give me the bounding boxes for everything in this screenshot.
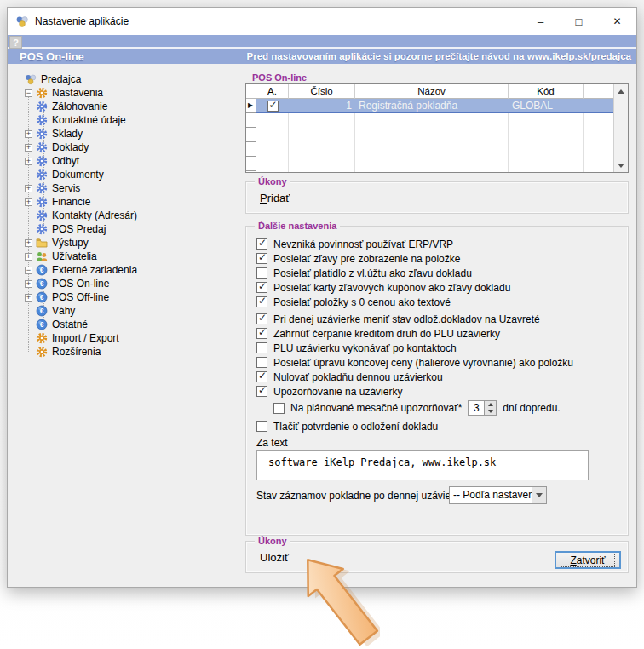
- gear-blue-icon: [36, 128, 48, 140]
- expand-icon[interactable]: +: [25, 294, 32, 302]
- tree-item-import-export[interactable]: Import / Export: [25, 331, 239, 345]
- tree-item-label: Odbyt: [52, 155, 79, 167]
- print-confirm-row: Tlačiť potvrdenie o odložení dokladu: [256, 419, 438, 434]
- checkbox-upozor-ovanie-na-uz-vierky[interactable]: ✓: [256, 386, 267, 397]
- tree-item-pos-off-line[interactable]: +€POS Off-line: [25, 290, 239, 304]
- checkbox-posiela-z-avy-pre-zobrazenie-na-polo-ke[interactable]: ✓: [256, 253, 267, 264]
- tree-item-doklady[interactable]: +Doklady: [25, 141, 239, 154]
- tree-item-extern-zariadenia[interactable]: −€Externé zariadenia: [25, 263, 239, 277]
- users-icon: [36, 250, 48, 262]
- collapse-icon[interactable]: −: [25, 267, 32, 274]
- checkbox-row: ✓Posielať položky s 0 cenou ako textové: [256, 295, 621, 309]
- tree-item-label: Sklady: [52, 128, 83, 140]
- check-icon: ✓: [258, 251, 267, 263]
- current-row-marker: ▶: [248, 101, 253, 109]
- expand-icon[interactable]: +: [25, 130, 32, 138]
- checkbox-row: ✓Posielať zľavy pre zobrazenie na položk…: [256, 251, 621, 266]
- close-button[interactable]: Zatvoriť: [555, 551, 621, 569]
- tree-item-servis[interactable]: +Servis: [25, 181, 239, 195]
- checkbox-posiela-platidlo-z-vl-tu-ako-z-avu-dokla[interactable]: [256, 267, 267, 279]
- checkbox-nulova-poklad-u-dennou-uz-vierkou[interactable]: ✓: [256, 371, 267, 382]
- expand-icon[interactable]: +: [25, 185, 32, 192]
- maximize-button[interactable]: □: [560, 8, 598, 35]
- minimize-button[interactable]: –: [521, 8, 560, 35]
- grid-row-selected[interactable]: ✓ 1 Registračná pokladňa GLOBAL: [256, 99, 613, 113]
- actions-bottom-label: Úkony: [255, 536, 290, 546]
- tree-item-pos-predaj[interactable]: POS Predaj: [25, 222, 239, 236]
- save-button[interactable]: Uložiť: [260, 551, 289, 564]
- euro-icon: €: [36, 319, 48, 330]
- expand-icon[interactable]: +: [25, 253, 32, 261]
- checkbox-plu-uz-vierku-vykon-va-po-kontaktoch[interactable]: [256, 342, 267, 353]
- pos-online-grid: ▶ A. Číslo Názov Kód ✓: [245, 83, 629, 173]
- tree-item-nastavenia[interactable]: −Nastavenia: [25, 86, 239, 100]
- close-window-button[interactable]: ✕: [598, 8, 636, 35]
- za-text-input[interactable]: software iKelp Predajca, www.ikelp.sk: [256, 450, 589, 480]
- row-active-checkbox[interactable]: ✓: [267, 101, 279, 112]
- reminder-row: Na plánované mesačné upozorňovať* 3 dní …: [273, 399, 561, 416]
- stepper-down-icon[interactable]: [485, 408, 496, 415]
- tree-item-dokumenty[interactable]: Dokumenty: [25, 168, 239, 181]
- combo-dropdown-icon[interactable]: [532, 487, 546, 503]
- scroll-down-icon[interactable]: [614, 158, 628, 172]
- check-icon: ✓: [258, 326, 267, 338]
- tree-item-predajca[interactable]: Predajca: [25, 72, 239, 86]
- expand-icon[interactable]: +: [25, 198, 32, 206]
- grid-header-kod[interactable]: Kód: [509, 84, 584, 99]
- euro-icon: €: [36, 305, 48, 317]
- checkbox-label: Posielať karty zľavových kupónov ako zľa…: [273, 282, 510, 294]
- check-icon: ✓: [258, 295, 267, 307]
- reminder-days-stepper[interactable]: 3: [468, 400, 497, 416]
- checkbox-posiela-pravu-koncovej-ceny-halierov-vyr[interactable]: [256, 357, 267, 368]
- settings-window: Nastavenie aplikácie – □ ✕ ? POS On-line…: [7, 7, 637, 588]
- checkbox-zahrn-erpanie-kreditom-druh-do-plu-uz-vi[interactable]: ✓: [256, 328, 267, 339]
- checkbox-label: Pri denej uzávierke meniť stav odlož.dok…: [273, 313, 540, 325]
- tree-item-v-hy[interactable]: €Váhy: [25, 304, 239, 318]
- reminder-checkbox[interactable]: [273, 403, 285, 414]
- expand-icon[interactable]: +: [25, 280, 32, 288]
- expand-icon[interactable]: +: [25, 239, 32, 247]
- stepper-up-icon[interactable]: [485, 401, 496, 408]
- grid-header-cislo[interactable]: Číslo: [289, 84, 355, 99]
- tree-item-u-vatelia[interactable]: +Užívatelia: [25, 250, 239, 263]
- checkbox-nevznik-povinnos-pou-va-erp-vrp[interactable]: ✓: [256, 238, 267, 250]
- collapse-icon[interactable]: −: [25, 89, 32, 97]
- tree-item-pos-on-line[interactable]: +€POS On-line: [25, 277, 239, 290]
- titlebar[interactable]: Nastavenie aplikácie – □ ✕: [8, 8, 636, 35]
- checkbox-posiela-karty-z-avov-ch-kup-nov-ako-z-av[interactable]: ✓: [256, 282, 267, 293]
- tree-item-roz-renia[interactable]: Rozšírenia: [25, 345, 239, 359]
- grid-scrollbar[interactable]: [613, 84, 628, 172]
- checkbox-label: Posielať položky s 0 cenou ako textové: [273, 296, 451, 308]
- tree-item-kontaktn-daje[interactable]: Kontaktné údaje: [25, 113, 239, 127]
- record-state-combobox[interactable]: -- Podľa nastavenia: [449, 486, 547, 504]
- scroll-up-icon[interactable]: [614, 84, 628, 98]
- tree-item-label: Doklady: [52, 141, 89, 153]
- tree-item-z-lohovanie[interactable]: Zálohovanie: [25, 100, 239, 113]
- grid-row-selector-column: ▶: [246, 84, 256, 172]
- tree-item-kontakty-adres-r-[interactable]: Kontakty (Adresár): [25, 209, 239, 222]
- tree-item-v-stupy[interactable]: +Výstupy: [25, 236, 239, 250]
- tree-item-label: Váhy: [52, 305, 75, 317]
- tree-item-ostatn-[interactable]: €Ostatné: [25, 318, 239, 331]
- tree-item-sklady[interactable]: +Sklady: [25, 127, 239, 141]
- tree-item-label: Užívatelia: [52, 250, 97, 262]
- tree-item-label: Nastavenia: [52, 87, 103, 99]
- grid-header-extra[interactable]: [584, 84, 615, 99]
- tree-item-financie[interactable]: +Financie: [25, 195, 239, 209]
- header-notice: Pred nastavovaním aplikácie si pozorne p…: [247, 51, 631, 61]
- checkbox-pri-denej-uz-vierke-meni-stav-odlo-dokla[interactable]: ✓: [256, 313, 267, 324]
- settings-tree: Predajca−NastaveniaZálohovanieKontaktné …: [25, 72, 239, 359]
- help-button[interactable]: ?: [9, 36, 22, 49]
- checkbox-posiela-polo-ky-s-0-cenou-ako-textov-[interactable]: ✓: [256, 296, 267, 307]
- tree-item-label: Financie: [52, 196, 90, 208]
- tree-item-label: POS Off-line: [52, 291, 109, 303]
- tree-item-odbyt[interactable]: +Odbyt: [25, 154, 239, 168]
- print-confirm-checkbox[interactable]: [256, 421, 267, 432]
- grid-header-nazov[interactable]: Názov: [355, 84, 509, 99]
- expand-icon[interactable]: +: [25, 158, 32, 165]
- expand-icon[interactable]: +: [25, 144, 32, 152]
- window-title: Nastavenie aplikácie: [35, 15, 129, 27]
- add-button[interactable]: Pridať: [260, 192, 290, 204]
- grid-header-a[interactable]: A.: [256, 84, 289, 99]
- check-icon: ✓: [269, 99, 278, 111]
